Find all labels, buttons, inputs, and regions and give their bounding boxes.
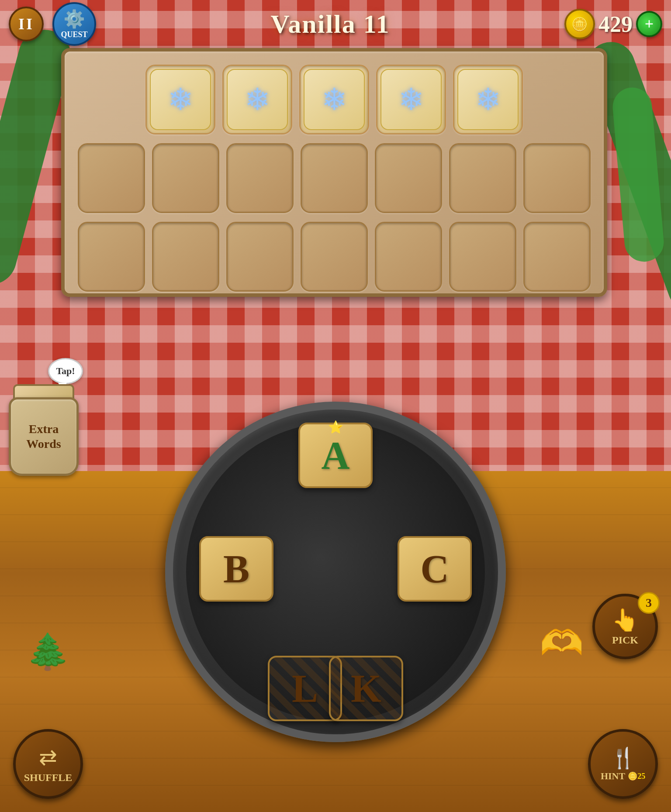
cookie-slot-filled-4[interactable]: ❄	[376, 65, 446, 134]
hint-cost: 🪙25	[628, 771, 645, 781]
letter-A-text: A	[322, 433, 350, 478]
cookie-slot-empty-2	[152, 143, 219, 213]
letter-tile-A[interactable]: ⭐ A	[298, 423, 373, 488]
cookie-slot-empty-6	[449, 143, 516, 213]
add-coins-button[interactable]: +	[636, 11, 662, 37]
letter-K-text: K	[351, 666, 381, 711]
hint-label: HINT 🪙25	[601, 771, 645, 782]
jar-body: ExtraWords	[9, 397, 79, 476]
star-decoration: ⭐	[328, 420, 343, 434]
coins-area: 🪙 429 +	[564, 9, 662, 39]
cookie-slot-filled-2[interactable]: ❄	[222, 65, 292, 134]
pick-count-badge: 3	[638, 592, 660, 614]
gear-icon: ⚙️	[63, 9, 85, 29]
cookie-slot-empty-13	[449, 222, 516, 292]
cookie-tray: ❄ ❄ ❄ ❄ ❄	[61, 48, 607, 297]
letter-L-text: L	[292, 666, 318, 711]
snowflake-cookie-2: ❄	[227, 69, 288, 130]
quest-label: QUEST	[61, 30, 87, 39]
tray-row-2	[78, 143, 591, 213]
snowflake-icon-3: ❄	[322, 82, 347, 117]
letter-B-text: B	[223, 547, 249, 592]
tap-label: Tap!	[56, 365, 75, 377]
cookie-slot-filled-5[interactable]: ❄	[453, 65, 523, 134]
snowflake-cookie-1: ❄	[150, 69, 211, 130]
letter-tile-K[interactable]: K	[329, 656, 403, 721]
shuffle-icon: ⇄	[39, 745, 57, 770]
hint-button[interactable]: 🍴 HINT 🪙25	[588, 729, 658, 799]
snowflake-icon-5: ❄	[475, 82, 501, 117]
cookie-slot-empty-3	[226, 143, 294, 213]
letter-pan: ⭐ A B C L K	[165, 402, 506, 742]
cookie-slot-empty-12	[375, 222, 442, 292]
extra-words-label: ExtraWords	[26, 422, 61, 451]
top-bar: II ⚙️ QUEST Vanilla 11 🪙 429 +	[0, 0, 671, 48]
tap-bubble: Tap!	[48, 358, 83, 384]
hand-icon: 👆	[612, 607, 639, 633]
letter-tile-B[interactable]: B	[199, 536, 273, 602]
tray-row-3	[78, 222, 591, 292]
cookie-slot-filled-3[interactable]: ❄	[299, 65, 369, 134]
level-title: Vanilla 11	[271, 9, 390, 39]
cookie-slot-empty-10	[226, 222, 294, 292]
snowflake-cookie-5: ❄	[457, 69, 519, 130]
snowflake-icon-2: ❄	[245, 82, 270, 117]
snowflake-cookie-4: ❄	[380, 69, 442, 130]
snowflake-cookie-3: ❄	[304, 69, 365, 130]
pause-button[interactable]: II	[9, 7, 44, 41]
pick-label: PICK	[612, 634, 638, 646]
coin-icon: 🪙	[564, 9, 595, 39]
shuffle-button[interactable]: ⇄ SHUFFLE	[13, 729, 83, 799]
shuffle-label: SHUFFLE	[24, 772, 73, 784]
cookie-slot-empty-14	[523, 222, 591, 292]
cookie-slot-empty-11	[301, 222, 368, 292]
quest-button[interactable]: ⚙️ QUEST	[52, 2, 96, 46]
extra-words-jar[interactable]: Tap! ExtraWords	[4, 380, 83, 476]
cookie-slot-empty-1	[78, 143, 145, 213]
cookie-slot-empty-5	[375, 143, 442, 213]
cookie-slot-filled-1[interactable]: ❄	[145, 65, 215, 134]
letter-tile-C[interactable]: C	[398, 536, 472, 602]
tray-row-1: ❄ ❄ ❄ ❄ ❄	[78, 65, 591, 134]
spatula-icon: 🍴	[611, 746, 636, 770]
pick-button[interactable]: 3 👆 PICK	[592, 594, 658, 659]
cookie-cutter-decoration: 🌲	[26, 631, 70, 672]
coin-count: 429	[598, 11, 633, 37]
pause-icon: II	[18, 15, 34, 33]
letter-wheel: ⭐ A B C L K	[165, 402, 506, 742]
gingerbread-decoration: 🫶	[540, 623, 584, 664]
letter-C-text: C	[421, 547, 449, 592]
snowflake-icon-4: ❄	[398, 82, 424, 117]
snowflake-icon-1: ❄	[168, 82, 194, 117]
cookie-slot-empty-7	[523, 143, 591, 213]
cookie-slot-empty-9	[152, 222, 219, 292]
cookie-slot-empty-8	[78, 222, 145, 292]
cookie-slot-empty-4	[301, 143, 368, 213]
